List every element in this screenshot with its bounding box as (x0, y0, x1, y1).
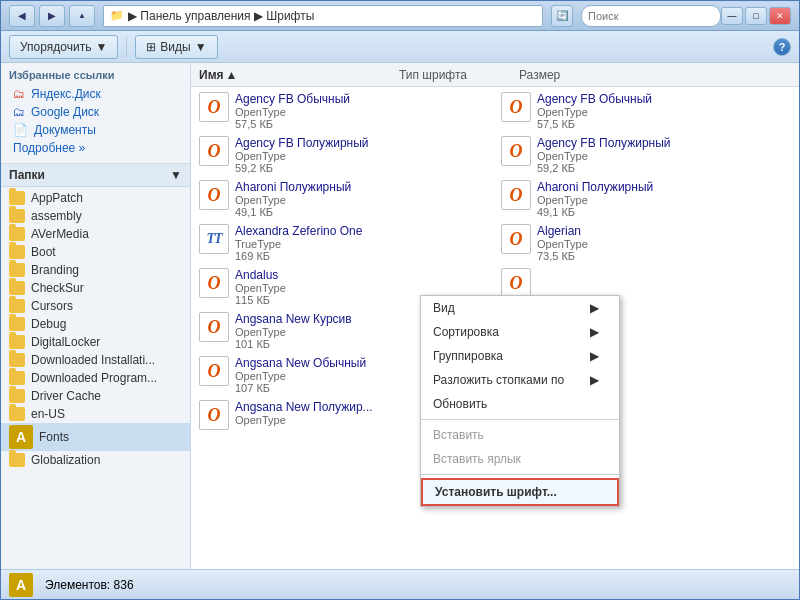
file-item-5[interactable]: O Aharoni Полужирный OpenType 49,1 КБ (495, 177, 797, 221)
cm-separator-2 (421, 474, 619, 475)
file-info-0: Agency FB Обычный OpenType 57,5 КБ (235, 92, 350, 130)
file-type-6: TrueType (235, 238, 362, 250)
file-info-8: Andalus OpenType 115 КБ (235, 268, 286, 306)
font-icon-4: O (199, 180, 229, 210)
folder-label: assembly (31, 209, 82, 223)
status-bar: A Элементов: 836 (1, 569, 799, 599)
folder-item-apppatch[interactable]: AppPatch (1, 189, 190, 207)
help-button[interactable]: ? (773, 38, 791, 56)
search-input[interactable] (588, 10, 726, 22)
col-name-header[interactable]: Имя ▲ (195, 68, 395, 82)
file-type-1: OpenType (537, 106, 652, 118)
cm-item-vid[interactable]: Вид ▶ (421, 296, 619, 320)
views-label: Виды (160, 40, 190, 54)
cm-label-paste: Вставить (433, 428, 484, 442)
font-icon-12: O (199, 356, 229, 386)
file-item-0[interactable]: O Agency FB Обычный OpenType 57,5 КБ (193, 89, 495, 133)
col-name-label: Имя (199, 68, 224, 82)
refresh-button[interactable]: 🔄 (551, 5, 573, 27)
file-name-5: Aharoni Полужирный (537, 180, 653, 194)
folder-item-en-us[interactable]: en-US (1, 405, 190, 423)
folder-item-fonts[interactable]: A Fonts (1, 423, 190, 451)
file-item-2[interactable]: O Agency FB Полужирный OpenType 59,2 КБ (193, 133, 495, 177)
up-button[interactable]: ▲ (69, 5, 95, 27)
cm-item-sort[interactable]: Сортировка ▶ (421, 320, 619, 344)
font-icon-5: O (501, 180, 531, 210)
organize-label: Упорядочить (20, 40, 91, 54)
views-dropdown-icon: ▼ (195, 40, 207, 54)
col-type-header[interactable]: Тип шрифта (395, 68, 515, 82)
cm-label-paste-shortcut: Вставить ярлык (433, 452, 521, 466)
file-name-0: Agency FB Обычный (235, 92, 350, 106)
folder-item-branding[interactable]: Branding (1, 261, 190, 279)
title-bar-left: ◀ ▶ ▲ 📁 ▶ Панель управления ▶ Шрифты 🔄 🔍 (9, 5, 721, 27)
status-icon: A (9, 573, 33, 597)
docs-label: Документы (34, 123, 96, 137)
search-bar[interactable]: 🔍 (581, 5, 721, 27)
folder-item-downloaded-installati[interactable]: Downloaded Installati... (1, 351, 190, 369)
folder-item-globalization[interactable]: Globalization (1, 451, 190, 469)
file-info-6: Alexandra Zeferino One TrueType 169 КБ (235, 224, 362, 262)
more-link[interactable]: Подробнее » (9, 139, 182, 157)
folder-icon (9, 263, 25, 277)
folder-icon (9, 245, 25, 259)
folder-icon (9, 191, 25, 205)
col-size-header[interactable]: Размер (515, 68, 595, 82)
folder-item-avermedia[interactable]: AVerMedia (1, 225, 190, 243)
close-button[interactable]: ✕ (769, 7, 791, 25)
maximize-button[interactable]: □ (745, 7, 767, 25)
folder-item-checksur[interactable]: CheckSur (1, 279, 190, 297)
organize-button[interactable]: Упорядочить ▼ (9, 35, 118, 59)
folder-icon (9, 371, 25, 385)
sort-icon: ▲ (226, 68, 238, 82)
back-button[interactable]: ◀ (9, 5, 35, 27)
cm-item-install-font[interactable]: Установить шрифт... (421, 478, 619, 506)
folder-label: Boot (31, 245, 56, 259)
file-item-4[interactable]: O Aharoni Полужирный OpenType 49,1 КБ (193, 177, 495, 221)
sidebar-item-docs[interactable]: 📄 Документы (9, 121, 182, 139)
folder-item-digitallocker[interactable]: DigitalLocker (1, 333, 190, 351)
cm-item-refresh[interactable]: Обновить (421, 392, 619, 416)
folder-icon (9, 389, 25, 403)
folders-collapse-icon[interactable]: ▼ (170, 168, 182, 182)
file-size-7: 73,5 КБ (537, 250, 588, 262)
folder-item-boot[interactable]: Boot (1, 243, 190, 261)
folder-item-debug[interactable]: Debug (1, 315, 190, 333)
file-info-12: Angsana New Обычный OpenType 107 КБ (235, 356, 366, 394)
forward-button[interactable]: ▶ (39, 5, 65, 27)
font-icon-6: TT (199, 224, 229, 254)
folder-item-cursors[interactable]: Cursors (1, 297, 190, 315)
file-item-3[interactable]: O Agency FB Полужирный OpenType 59,2 КБ (495, 133, 797, 177)
toolbar: Упорядочить ▼ ⊞ Виды ▼ ? (1, 31, 799, 63)
font-icon-9: O (501, 268, 531, 298)
file-item-7[interactable]: O Algerian OpenType 73,5 КБ (495, 221, 797, 265)
cm-item-group[interactable]: Группировка ▶ (421, 344, 619, 368)
sidebar: Избранные ссылки 🗂 Яндекс.Диск 🗂 Google … (1, 63, 191, 569)
file-item-6[interactable]: TT Alexandra Zeferino One TrueType 169 К… (193, 221, 495, 265)
file-type-5: OpenType (537, 194, 653, 206)
folder-icon (9, 227, 25, 241)
minimize-button[interactable]: — (721, 7, 743, 25)
file-name-2: Agency FB Полужирный (235, 136, 369, 150)
file-name-4: Aharoni Полужирный (235, 180, 351, 194)
file-name-8: Andalus (235, 268, 286, 282)
main-area: Избранные ссылки 🗂 Яндекс.Диск 🗂 Google … (1, 63, 799, 569)
col-size-label: Размер (519, 68, 560, 82)
sidebar-item-yandex[interactable]: 🗂 Яндекс.Диск (9, 85, 182, 103)
cm-label-group: Группировка (433, 349, 503, 363)
sidebar-item-google[interactable]: 🗂 Google Диск (9, 103, 182, 121)
cm-arrow-group: ▶ (590, 349, 599, 363)
views-button[interactable]: ⊞ Виды ▼ (135, 35, 217, 59)
folder-item-assembly[interactable]: assembly (1, 207, 190, 225)
path-folder-icon: 📁 (110, 9, 124, 22)
file-name-10: Angsana New Курсив (235, 312, 352, 326)
file-info-10: Angsana New Курсив OpenType 101 КБ (235, 312, 352, 350)
organize-dropdown-icon: ▼ (95, 40, 107, 54)
file-item-1[interactable]: O Agency FB Обычный OpenType 57,5 КБ (495, 89, 797, 133)
file-type-10: OpenType (235, 326, 352, 338)
address-bar[interactable]: 📁 ▶ Панель управления ▶ Шрифты (103, 5, 543, 27)
folder-item-downloaded-program[interactable]: Downloaded Program... (1, 369, 190, 387)
file-name-7: Algerian (537, 224, 588, 238)
cm-item-stack[interactable]: Разложить стопками по ▶ (421, 368, 619, 392)
folder-item-driver-cache[interactable]: Driver Cache (1, 387, 190, 405)
